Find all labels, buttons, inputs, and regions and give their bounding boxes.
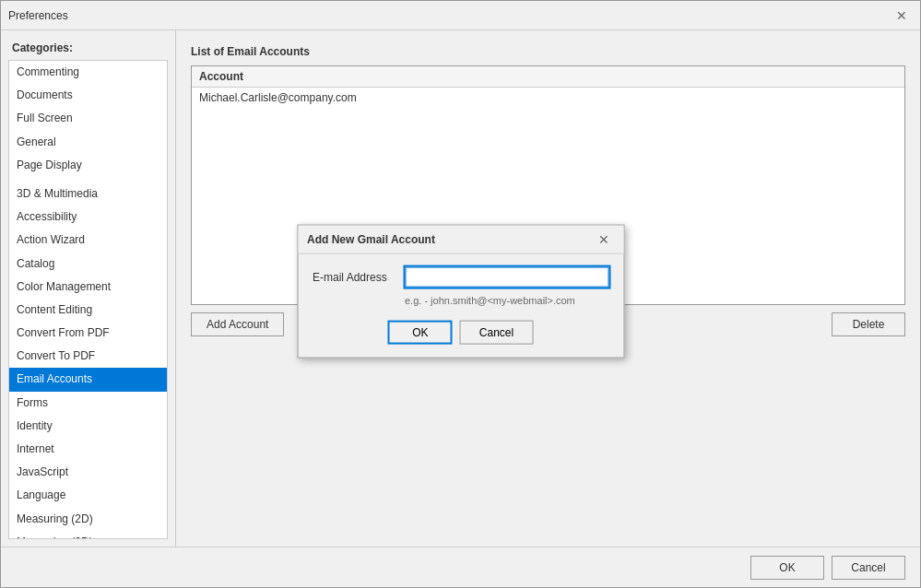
email-field-label: E-mail Address xyxy=(313,271,396,284)
modal-body: E-mail Address e.g. - john.smith@<my-web… xyxy=(298,254,623,358)
modal-dialog: Add New Gmail Account ✕ E-mail Address e… xyxy=(297,225,624,359)
modal-hint: e.g. - john.smith@<my-webmail>.com xyxy=(405,295,608,306)
modal-title: Add New Gmail Account xyxy=(307,233,435,246)
main-window: Preferences ✕ Categories: CommentingDocu… xyxy=(0,0,921,588)
modal-cancel-button[interactable]: Cancel xyxy=(460,321,533,345)
modal-buttons-row: OK Cancel xyxy=(313,315,608,348)
modal-close-button[interactable]: ✕ xyxy=(594,231,614,248)
email-input[interactable] xyxy=(405,267,608,288)
modal-title-bar: Add New Gmail Account ✕ xyxy=(298,226,623,254)
modal-ok-button[interactable]: OK xyxy=(388,321,453,345)
modal-field-row: E-mail Address xyxy=(313,267,608,288)
